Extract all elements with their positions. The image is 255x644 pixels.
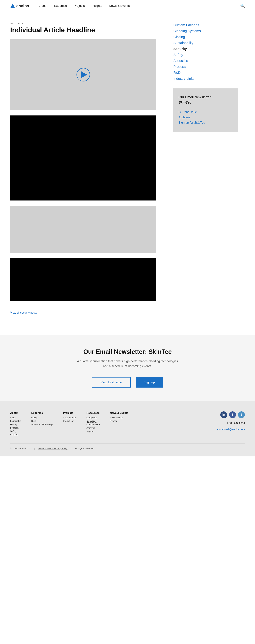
linkedin-icon[interactable]: in	[220, 411, 227, 418]
nav-links: About Expertise Projects Insights News &…	[40, 4, 240, 8]
article-body-2	[10, 258, 156, 301]
newsletter-section-title: Our Email Newsletter: SkinTec	[10, 348, 245, 356]
footer-col-projects-heading: Projects	[63, 411, 76, 414]
sidebar-link-glazing[interactable]: Glazing	[174, 34, 238, 40]
nav-projects[interactable]: Projects	[74, 4, 85, 8]
newsletter-desc: A quarterly publication that covers high…	[76, 359, 178, 369]
sidebar-link-safety[interactable]: Safety	[174, 52, 238, 58]
footer-link-safety[interactable]: Safety	[10, 430, 21, 432]
newsletter-buttons: View Last Issue Sign up	[10, 377, 245, 388]
sidebar-newsletter-current-issue[interactable]: Current Issue	[178, 110, 233, 115]
article-image	[10, 206, 156, 253]
footer-link-current-issue[interactable]: Current Issue	[86, 423, 100, 426]
footer-link-history[interactable]: History	[10, 423, 21, 426]
sidebar-link-custom-facades[interactable]: Custom Facades	[174, 22, 238, 28]
footer-col-resources-heading: Resources	[86, 411, 100, 414]
newsletter-section: Our Email Newsletter: SkinTec A quarterl…	[0, 335, 255, 401]
footer-link-advanced-tech[interactable]: Advanced Technology	[31, 423, 53, 426]
sidebar-newsletter-brand: SkinTec	[178, 100, 233, 104]
footer-phone: 1-888-234-2966	[226, 422, 245, 424]
main-content: SECURITY: Individual Article Headline Vi…	[0, 12, 255, 328]
footer-copyright: © 2019 Enclos Corp.	[10, 447, 30, 450]
facebook-icon[interactable]: f	[229, 411, 236, 418]
footer-right: in f t 1-888-234-2966 curtainwall@enclos…	[217, 411, 245, 437]
play-button[interactable]	[76, 68, 90, 82]
footer-bottom: © 2019 Enclos Corp. | Terms of Use & Pri…	[10, 444, 245, 450]
nav-news-events[interactable]: News & Events	[109, 4, 130, 8]
sidebar-newsletter: Our Email Newsletter: SkinTec Current Is…	[174, 88, 238, 132]
sidebar-newsletter-signup-brand: SkinTec	[194, 121, 205, 124]
footer-link-vision[interactable]: Vision	[10, 416, 21, 419]
nav-expertise[interactable]: Expertise	[54, 4, 67, 8]
social-icons: in f t	[220, 411, 245, 418]
footer-resources-italic-label: SkinTec:	[86, 420, 100, 423]
article-title: Individual Article Headline	[10, 26, 163, 34]
footer-top: About Vision Leadership History Location…	[10, 411, 245, 437]
newsletter-title-prefix: Our Email Newsletter:	[83, 348, 148, 355]
sidebar-link-acoustics[interactable]: Acoustics	[174, 58, 238, 64]
footer: About Vision Leadership History Location…	[0, 401, 255, 456]
logo-icon	[10, 4, 15, 8]
footer-policy-link[interactable]: Terms of Use & Privacy Policy	[38, 447, 68, 450]
nav-about[interactable]: About	[40, 4, 48, 8]
footer-col-projects: Projects Case Studies Project List	[63, 411, 76, 437]
footer-link-archives[interactable]: Archives	[86, 427, 100, 429]
sidebar-newsletter-signup[interactable]: Sign up for SkinTec	[178, 120, 233, 125]
sidebar-category-links: Custom Facades Cladding Systems Glazing …	[174, 22, 238, 82]
sidebar-newsletter-label: Our Email Newsletter:	[178, 95, 233, 99]
search-icon[interactable]: 🔍	[240, 4, 245, 8]
footer-col-about: About Vision Leadership History Location…	[10, 411, 21, 437]
footer-col-expertise-heading: Expertise	[31, 411, 53, 414]
footer-email[interactable]: curtainwall@enclos.com	[217, 428, 245, 431]
sidebar-link-industry-links[interactable]: Industry Links	[174, 76, 238, 82]
footer-link-events[interactable]: Events	[110, 420, 128, 422]
sidebar: Custom Facades Cladding Systems Glazing …	[174, 22, 238, 328]
article-category: SECURITY:	[10, 22, 163, 25]
footer-link-location[interactable]: Location	[10, 426, 21, 429]
article-body-1	[10, 116, 156, 200]
sidebar-link-rd[interactable]: R&D	[174, 70, 238, 76]
footer-rights: All Rights Reserved.	[75, 447, 95, 450]
footer-separator: |	[34, 447, 34, 450]
view-all-link[interactable]: View all security posts	[10, 311, 37, 314]
play-triangle-icon	[81, 71, 87, 78]
sidebar-newsletter-archives[interactable]: Archives	[178, 115, 233, 120]
footer-link-case-studies[interactable]: Case Studies	[63, 416, 76, 419]
footer-link-signup[interactable]: Sign up	[86, 430, 100, 432]
sidebar-link-cladding-systems[interactable]: Cladding Systems	[174, 28, 238, 34]
footer-link-leadership[interactable]: Leadership	[10, 420, 21, 422]
footer-col-news-events: News & Events News Archive Events	[110, 411, 128, 437]
video-container[interactable]	[10, 39, 156, 110]
nav-insights[interactable]: Insights	[92, 4, 102, 8]
sidebar-link-security[interactable]: Security	[174, 46, 238, 52]
footer-col-about-heading: About	[10, 411, 21, 414]
view-last-issue-button[interactable]: View Last Issue	[92, 377, 131, 388]
newsletter-title-brand: SkinTec	[148, 348, 172, 355]
footer-link-categories[interactable]: Categories	[86, 416, 100, 419]
twitter-icon[interactable]: t	[238, 411, 245, 418]
footer-link-careers[interactable]: Careers	[10, 433, 21, 436]
navigation: enclos About Expertise Projects Insights…	[0, 0, 255, 12]
article-content: SECURITY: Individual Article Headline Vi…	[10, 22, 163, 328]
footer-link-project-list[interactable]: Project List	[63, 420, 76, 422]
logo-text: enclos	[16, 4, 29, 8]
sidebar-link-sustainability[interactable]: Sustainability	[174, 40, 238, 46]
footer-col-expertise: Expertise Design Build Advanced Technolo…	[31, 411, 53, 437]
signup-button[interactable]: Sign up	[136, 377, 163, 388]
footer-link-build[interactable]: Build	[31, 420, 53, 422]
logo[interactable]: enclos	[10, 4, 29, 8]
sidebar-link-process[interactable]: Process	[174, 64, 238, 70]
footer-col-resources: Resources Categories SkinTec: Current Is…	[86, 411, 100, 437]
footer-separator2: |	[71, 447, 72, 450]
footer-link-news-archive[interactable]: News Archive	[110, 416, 128, 419]
footer-link-design[interactable]: Design	[31, 416, 53, 419]
footer-col-news-heading: News & Events	[110, 411, 128, 414]
